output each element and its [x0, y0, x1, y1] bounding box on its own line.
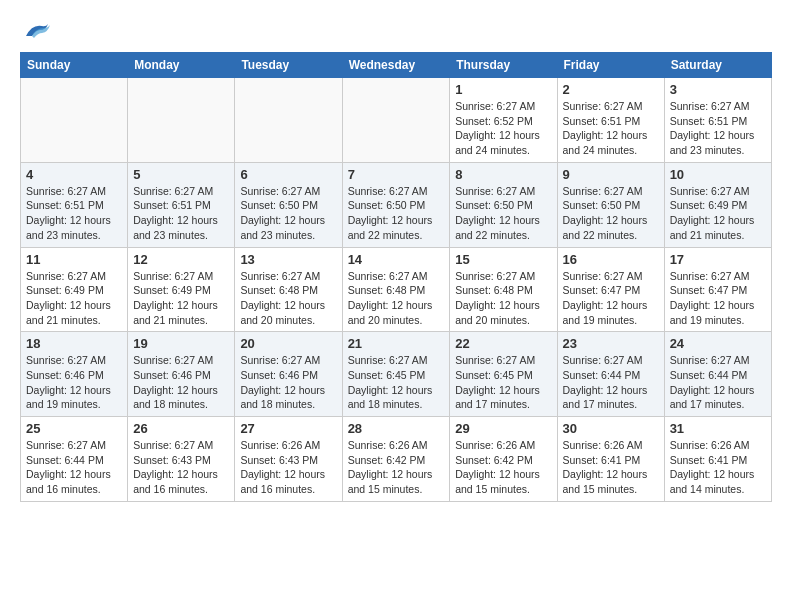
day-number: 11 [26, 252, 122, 267]
day-info: Sunrise: 6:27 AM Sunset: 6:44 PM Dayligh… [26, 438, 122, 497]
day-number: 5 [133, 167, 229, 182]
calendar-cell: 23Sunrise: 6:27 AM Sunset: 6:44 PM Dayli… [557, 332, 664, 417]
calendar-cell: 8Sunrise: 6:27 AM Sunset: 6:50 PM Daylig… [450, 162, 557, 247]
day-number: 9 [563, 167, 659, 182]
day-number: 28 [348, 421, 445, 436]
calendar-cell: 26Sunrise: 6:27 AM Sunset: 6:43 PM Dayli… [128, 417, 235, 502]
day-number: 29 [455, 421, 551, 436]
day-number: 7 [348, 167, 445, 182]
weekday-header-wednesday: Wednesday [342, 53, 450, 78]
calendar-cell: 7Sunrise: 6:27 AM Sunset: 6:50 PM Daylig… [342, 162, 450, 247]
calendar-cell [21, 78, 128, 163]
calendar-cell [235, 78, 342, 163]
day-info: Sunrise: 6:27 AM Sunset: 6:50 PM Dayligh… [455, 184, 551, 243]
day-number: 8 [455, 167, 551, 182]
day-info: Sunrise: 6:27 AM Sunset: 6:48 PM Dayligh… [455, 269, 551, 328]
day-number: 18 [26, 336, 122, 351]
calendar-cell: 10Sunrise: 6:27 AM Sunset: 6:49 PM Dayli… [664, 162, 771, 247]
day-number: 27 [240, 421, 336, 436]
calendar-cell: 5Sunrise: 6:27 AM Sunset: 6:51 PM Daylig… [128, 162, 235, 247]
day-number: 21 [348, 336, 445, 351]
day-info: Sunrise: 6:27 AM Sunset: 6:46 PM Dayligh… [133, 353, 229, 412]
calendar-week-5: 25Sunrise: 6:27 AM Sunset: 6:44 PM Dayli… [21, 417, 772, 502]
calendar-cell: 17Sunrise: 6:27 AM Sunset: 6:47 PM Dayli… [664, 247, 771, 332]
day-info: Sunrise: 6:27 AM Sunset: 6:44 PM Dayligh… [563, 353, 659, 412]
day-info: Sunrise: 6:27 AM Sunset: 6:49 PM Dayligh… [670, 184, 766, 243]
weekday-header-saturday: Saturday [664, 53, 771, 78]
calendar-cell: 14Sunrise: 6:27 AM Sunset: 6:48 PM Dayli… [342, 247, 450, 332]
day-info: Sunrise: 6:27 AM Sunset: 6:49 PM Dayligh… [133, 269, 229, 328]
day-info: Sunrise: 6:27 AM Sunset: 6:50 PM Dayligh… [348, 184, 445, 243]
page-header [20, 20, 772, 42]
day-info: Sunrise: 6:27 AM Sunset: 6:48 PM Dayligh… [240, 269, 336, 328]
calendar-cell: 15Sunrise: 6:27 AM Sunset: 6:48 PM Dayli… [450, 247, 557, 332]
day-number: 6 [240, 167, 336, 182]
day-number: 24 [670, 336, 766, 351]
day-number: 30 [563, 421, 659, 436]
day-number: 13 [240, 252, 336, 267]
day-info: Sunrise: 6:27 AM Sunset: 6:49 PM Dayligh… [26, 269, 122, 328]
logo-bird-icon [22, 20, 50, 42]
calendar-cell: 21Sunrise: 6:27 AM Sunset: 6:45 PM Dayli… [342, 332, 450, 417]
day-number: 17 [670, 252, 766, 267]
calendar-cell: 4Sunrise: 6:27 AM Sunset: 6:51 PM Daylig… [21, 162, 128, 247]
calendar-cell: 24Sunrise: 6:27 AM Sunset: 6:44 PM Dayli… [664, 332, 771, 417]
day-info: Sunrise: 6:27 AM Sunset: 6:50 PM Dayligh… [240, 184, 336, 243]
day-info: Sunrise: 6:27 AM Sunset: 6:51 PM Dayligh… [26, 184, 122, 243]
calendar-cell: 2Sunrise: 6:27 AM Sunset: 6:51 PM Daylig… [557, 78, 664, 163]
calendar-cell: 6Sunrise: 6:27 AM Sunset: 6:50 PM Daylig… [235, 162, 342, 247]
calendar-week-2: 4Sunrise: 6:27 AM Sunset: 6:51 PM Daylig… [21, 162, 772, 247]
calendar-cell [128, 78, 235, 163]
day-info: Sunrise: 6:26 AM Sunset: 6:43 PM Dayligh… [240, 438, 336, 497]
day-info: Sunrise: 6:27 AM Sunset: 6:51 PM Dayligh… [670, 99, 766, 158]
day-number: 26 [133, 421, 229, 436]
calendar-cell: 31Sunrise: 6:26 AM Sunset: 6:41 PM Dayli… [664, 417, 771, 502]
calendar-cell: 20Sunrise: 6:27 AM Sunset: 6:46 PM Dayli… [235, 332, 342, 417]
day-info: Sunrise: 6:27 AM Sunset: 6:47 PM Dayligh… [670, 269, 766, 328]
calendar-cell: 16Sunrise: 6:27 AM Sunset: 6:47 PM Dayli… [557, 247, 664, 332]
calendar-cell: 28Sunrise: 6:26 AM Sunset: 6:42 PM Dayli… [342, 417, 450, 502]
calendar-cell: 11Sunrise: 6:27 AM Sunset: 6:49 PM Dayli… [21, 247, 128, 332]
calendar-cell: 1Sunrise: 6:27 AM Sunset: 6:52 PM Daylig… [450, 78, 557, 163]
calendar-cell: 27Sunrise: 6:26 AM Sunset: 6:43 PM Dayli… [235, 417, 342, 502]
day-info: Sunrise: 6:26 AM Sunset: 6:42 PM Dayligh… [348, 438, 445, 497]
calendar-cell: 3Sunrise: 6:27 AM Sunset: 6:51 PM Daylig… [664, 78, 771, 163]
day-number: 3 [670, 82, 766, 97]
calendar-header-row: SundayMondayTuesdayWednesdayThursdayFrid… [21, 53, 772, 78]
day-info: Sunrise: 6:27 AM Sunset: 6:51 PM Dayligh… [133, 184, 229, 243]
day-number: 23 [563, 336, 659, 351]
day-number: 19 [133, 336, 229, 351]
calendar-cell: 29Sunrise: 6:26 AM Sunset: 6:42 PM Dayli… [450, 417, 557, 502]
weekday-header-tuesday: Tuesday [235, 53, 342, 78]
day-number: 4 [26, 167, 122, 182]
day-number: 1 [455, 82, 551, 97]
day-info: Sunrise: 6:27 AM Sunset: 6:48 PM Dayligh… [348, 269, 445, 328]
calendar-cell: 9Sunrise: 6:27 AM Sunset: 6:50 PM Daylig… [557, 162, 664, 247]
day-info: Sunrise: 6:27 AM Sunset: 6:46 PM Dayligh… [26, 353, 122, 412]
day-number: 20 [240, 336, 336, 351]
day-number: 2 [563, 82, 659, 97]
day-number: 10 [670, 167, 766, 182]
day-info: Sunrise: 6:26 AM Sunset: 6:41 PM Dayligh… [563, 438, 659, 497]
day-number: 16 [563, 252, 659, 267]
day-number: 31 [670, 421, 766, 436]
day-info: Sunrise: 6:27 AM Sunset: 6:51 PM Dayligh… [563, 99, 659, 158]
day-info: Sunrise: 6:26 AM Sunset: 6:41 PM Dayligh… [670, 438, 766, 497]
weekday-header-friday: Friday [557, 53, 664, 78]
calendar-cell: 18Sunrise: 6:27 AM Sunset: 6:46 PM Dayli… [21, 332, 128, 417]
day-number: 14 [348, 252, 445, 267]
calendar-week-3: 11Sunrise: 6:27 AM Sunset: 6:49 PM Dayli… [21, 247, 772, 332]
day-number: 15 [455, 252, 551, 267]
weekday-header-sunday: Sunday [21, 53, 128, 78]
day-info: Sunrise: 6:27 AM Sunset: 6:46 PM Dayligh… [240, 353, 336, 412]
day-number: 22 [455, 336, 551, 351]
day-info: Sunrise: 6:27 AM Sunset: 6:45 PM Dayligh… [348, 353, 445, 412]
day-number: 12 [133, 252, 229, 267]
calendar-cell: 12Sunrise: 6:27 AM Sunset: 6:49 PM Dayli… [128, 247, 235, 332]
calendar-week-4: 18Sunrise: 6:27 AM Sunset: 6:46 PM Dayli… [21, 332, 772, 417]
day-info: Sunrise: 6:27 AM Sunset: 6:44 PM Dayligh… [670, 353, 766, 412]
day-info: Sunrise: 6:27 AM Sunset: 6:50 PM Dayligh… [563, 184, 659, 243]
calendar-table: SundayMondayTuesdayWednesdayThursdayFrid… [20, 52, 772, 502]
day-info: Sunrise: 6:27 AM Sunset: 6:52 PM Dayligh… [455, 99, 551, 158]
calendar-cell: 19Sunrise: 6:27 AM Sunset: 6:46 PM Dayli… [128, 332, 235, 417]
